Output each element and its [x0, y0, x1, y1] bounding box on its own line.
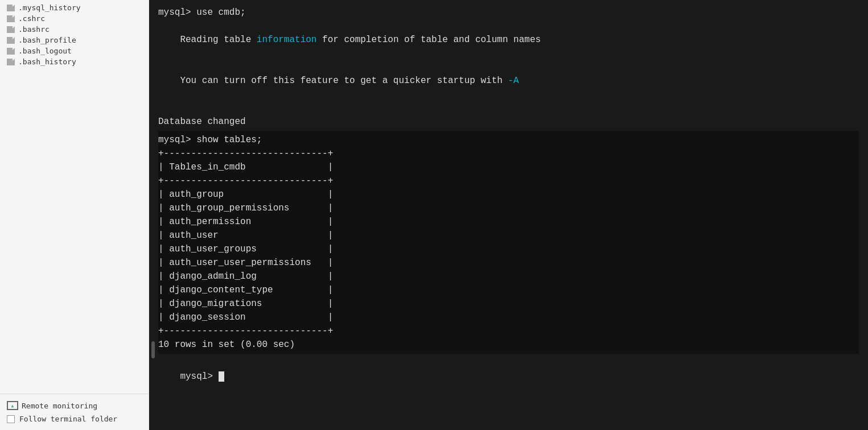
cursor [219, 371, 224, 382]
file-name: .mysql_history [18, 3, 81, 12]
table-data-row: | django_admin_log | [158, 270, 859, 283]
table-data-row: | auth_user_groups | [158, 242, 859, 256]
file-list: .mysql_history.cshrc.bashrc.bash_profile… [0, 0, 149, 394]
remote-monitoring-item[interactable]: Remote monitoring [7, 399, 142, 412]
table-data-row: | auth_user | [158, 229, 859, 242]
table-border-mid: +------------------------------+ [158, 174, 859, 188]
file-icon [7, 26, 15, 33]
rows-info: 10 rows in set (0.00 sec) [158, 338, 859, 352]
file-icon [7, 48, 15, 55]
file-item[interactable]: .bash_history [0, 56, 149, 67]
table-data-row: | django_migrations | [158, 297, 859, 311]
monitor-icon [7, 401, 18, 410]
file-name: .cshrc [18, 14, 45, 23]
line2-post: for completion of table and column names [316, 35, 541, 45]
sidebar-bottom: Remote monitoring Follow terminal folder [0, 394, 149, 430]
table-data-row: | django_content_type | [158, 283, 859, 297]
file-icon [7, 37, 15, 44]
terminal-line-3: You can turn off this feature to get a q… [158, 60, 859, 101]
file-name: .bash_profile [18, 36, 76, 44]
file-item[interactable]: .mysql_history [0, 2, 149, 13]
terminal-line-db-changed: Database changed [158, 115, 859, 129]
file-item[interactable]: .bash_logout [0, 46, 149, 56]
table-border-top: +------------------------------+ [158, 147, 859, 160]
line2-cyan: information [257, 35, 317, 45]
table-prompt: mysql> show tables; [158, 133, 859, 147]
follow-folder-checkbox[interactable] [7, 415, 15, 423]
table-border-bottom: +------------------------------+ [158, 324, 859, 338]
follow-folder-item[interactable]: Follow terminal folder [7, 412, 142, 425]
table-data-row: | django_session | [158, 311, 859, 324]
terminal-line-1: mysql> use cmdb; [158, 6, 859, 19]
file-item[interactable]: .bashrc [0, 24, 149, 35]
final-prompt-line: mysql> [158, 356, 859, 397]
terminal-panel[interactable]: mysql> use cmdb; Reading table informati… [149, 0, 868, 430]
remote-monitoring-label: Remote monitoring [22, 402, 97, 410]
file-icon [7, 15, 15, 22]
file-icon [7, 59, 15, 65]
scrollbar-thumb[interactable] [151, 341, 155, 358]
file-name: .bash_history [18, 57, 76, 66]
final-prompt-text: mysql> [180, 371, 218, 382]
table-header-row: | Tables_in_cmdb | [158, 160, 859, 174]
table-data-row: | auth_user_user_permissions | [158, 256, 859, 270]
terminal-line-2: Reading table information for completion… [158, 19, 859, 60]
sidebar: .mysql_history.cshrc.bashrc.bash_profile… [0, 0, 149, 430]
table-box: mysql> show tables; +-------------------… [158, 131, 859, 354]
file-name: .bash_logout [18, 47, 72, 55]
file-name: .bashrc [18, 25, 50, 34]
file-item[interactable]: .cshrc [0, 13, 149, 24]
table-data-row: | auth_group | [158, 188, 859, 201]
table-data-row: | auth_permission | [158, 215, 859, 229]
line2-pre: Reading table [180, 35, 256, 45]
terminal-line-blank [158, 101, 859, 115]
file-item[interactable]: .bash_profile [0, 35, 149, 46]
line3-highlight: -A [508, 76, 519, 86]
file-icon [7, 5, 15, 11]
table-rows-container: | auth_group || auth_group_permissions |… [158, 188, 859, 324]
table-data-row: | auth_group_permissions | [158, 201, 859, 215]
line3-pre: You can turn off this feature to get a q… [180, 76, 508, 86]
follow-folder-label: Follow terminal folder [19, 415, 117, 423]
